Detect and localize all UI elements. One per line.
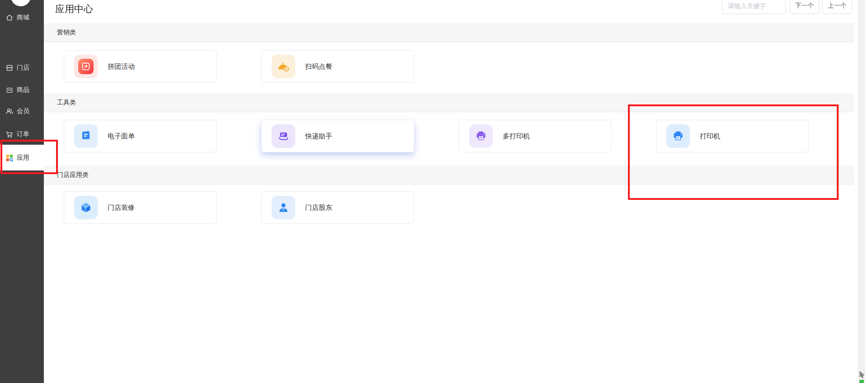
app-card-multi-printer[interactable]: 多打印机 [459, 120, 612, 152]
store-deco-icon [74, 196, 98, 219]
app-card-store-deco[interactable]: 门店装修 [64, 191, 217, 224]
sidebar-item-apps[interactable]: 应用 [0, 145, 44, 170]
sidebar-item-mall[interactable]: 商城 [0, 9, 44, 27]
app-card-group-buy[interactable]: 拼团活动 [64, 50, 217, 83]
search-input[interactable] [722, 0, 786, 14]
shareholder-icon [272, 196, 295, 219]
app-card-shareholder[interactable]: 门店股东 [261, 191, 414, 224]
order-cart-icon [5, 130, 14, 138]
app-card-label: 门店装修 [108, 203, 135, 212]
section-header-tools: 工具类 [43, 93, 854, 112]
sidebar-item-label: 会员 [17, 107, 29, 115]
printer-icon [666, 124, 690, 148]
section-label: 工具类 [57, 99, 76, 107]
section-header-store-apps: 门店应用类 [43, 165, 854, 184]
app-card-express-helper[interactable]: 快递助手 [261, 120, 414, 152]
avatar[interactable] [11, 0, 31, 6]
app-card-label: 扫码点餐 [305, 62, 332, 71]
section-label: 门店应用类 [57, 171, 89, 179]
multi-printer-icon [469, 124, 493, 148]
apps-grid-icon [5, 154, 14, 162]
group-buy-icon [74, 55, 98, 78]
sidebar-item-members[interactable]: 会员 [0, 102, 44, 120]
scan-order-icon [272, 55, 295, 78]
section-header-marketing: 营销类 [43, 23, 854, 42]
green-indicator [859, 380, 864, 383]
e-waybill-icon [74, 124, 98, 148]
sidebar-item-label: 应用 [17, 154, 29, 162]
sidebar-item-orders[interactable]: 订单 [0, 125, 44, 143]
section-label: 营销类 [57, 28, 76, 37]
app-card-label: 拼团活动 [108, 62, 135, 71]
app-card-label: 打印机 [700, 132, 720, 141]
storefront-icon [5, 64, 14, 72]
app-card-scan-order[interactable]: 扫码点餐 [261, 50, 414, 83]
page-title: 应用中心 [55, 3, 93, 15]
next-button[interactable]: 下一个 [790, 0, 819, 14]
sidebar-item-label: 商城 [17, 14, 29, 22]
sidebar-item-label: 商品 [17, 86, 29, 94]
home-icon [5, 14, 14, 22]
express-helper-icon [272, 124, 295, 148]
scrollbar-track[interactable] [858, 0, 865, 383]
sidebar-item-label: 订单 [17, 130, 29, 138]
mouse-cursor-icon [859, 371, 865, 381]
app-card-e-waybill[interactable]: 电子面单 [64, 120, 217, 152]
sidebar-item-goods[interactable]: 商品 [0, 81, 44, 99]
sidebar-item-label: 门店 [17, 64, 29, 72]
app-card-label: 多打印机 [503, 132, 530, 141]
sidebar-item-store[interactable]: 门店 [0, 59, 44, 77]
app-card-printer[interactable]: 打印机 [656, 120, 809, 152]
app-card-label: 门店股东 [305, 203, 332, 212]
members-icon [5, 107, 14, 115]
prev-button[interactable]: 上一个 [822, 0, 852, 14]
app-center-screen: 商城 门店 商品 [0, 0, 868, 383]
app-card-label: 快递助手 [305, 132, 332, 141]
goods-bag-icon [5, 86, 14, 94]
sidebar: 商城 门店 商品 [0, 0, 44, 383]
app-card-label: 电子面单 [108, 132, 135, 141]
